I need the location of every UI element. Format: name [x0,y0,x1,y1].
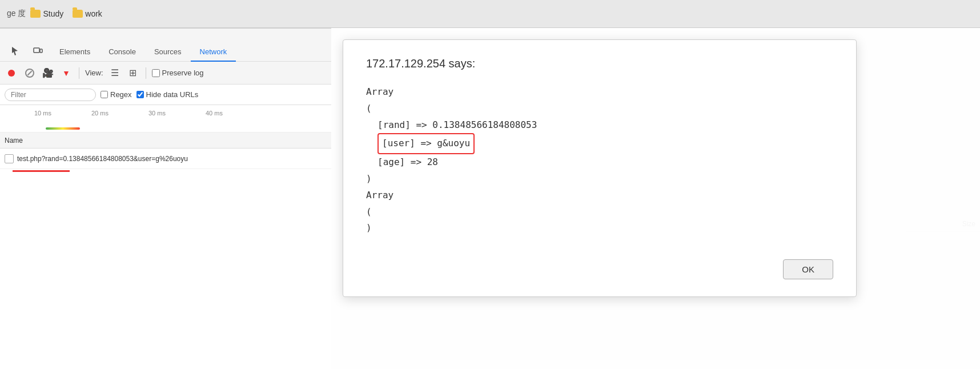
timeline-bar-container [46,127,80,130]
bookmark-study[interactable]: Study [30,9,63,18]
table-row[interactable]: test.php?rand=0.13848566184808053&user=g… [0,149,331,169]
table-header: Name [0,133,331,149]
clear-button[interactable] [23,66,37,80]
svg-rect-0 [34,48,39,53]
hide-data-urls-label: Hide data URLs [146,90,199,99]
dialog-footer: OK [366,259,833,279]
filter-button[interactable]: ▼ [59,66,73,80]
regex-label: Regex [110,90,132,99]
record-icon [8,70,15,77]
timeline-tick-10: 10 ms [34,110,51,117]
age-line: [age] => 28 [377,154,833,171]
devtools-toolbar: 🎥 ▼ View: ☰ ⊞ Preserve log [0,62,331,85]
hide-data-urls-area: Hide data URLs [136,90,199,99]
dialog-content: Array ( [rand] => 0.13848566184808053 [u… [366,84,833,236]
svg-rect-1 [40,49,42,53]
timeline-tick-40: 40 ms [206,110,223,117]
preserve-log-area: Preserve log [152,69,204,77]
rand-line: [rand] => 0.13848566184808053 [377,117,833,134]
array1-label: Array [366,84,833,101]
array2-label: Array [366,187,833,204]
open-paren: ( [366,101,833,117]
tab-console[interactable]: Console [99,43,145,62]
regex-area: Regex [101,90,132,99]
filter-input[interactable] [5,89,96,101]
bookmark-work-label: work [85,9,102,18]
folder-icon-work [73,10,83,18]
no-entry-icon [25,69,34,78]
tab-sources[interactable]: Sources [145,43,191,62]
filter-icon: ▼ [62,69,70,78]
user-line-container: [user] => g&uoyu [366,133,833,154]
browser-top-bar: ge 度 Study work [0,0,980,28]
bookmark-work[interactable]: work [73,9,102,18]
tab-elements[interactable]: Elements [50,43,99,62]
dialog-box: 172.17.129.254 says: Array ( [rand] => 0… [343,39,857,297]
bookmark-study-label: Study [43,9,63,18]
user-line: [user] => g&uoyu [377,133,475,154]
timeline-area: 10 ms 20 ms 30 ms 40 ms [0,105,331,133]
col-name-header: Name [5,137,327,145]
devtools-cursor-icon[interactable] [5,41,25,61]
table-body: test.php?rand=0.13848566184808053&user=g… [0,149,331,172]
view-label: View: [85,69,103,77]
timeline-tick-30: 30 ms [148,110,166,117]
tab-network[interactable]: Network [191,43,236,62]
preserve-log-label: Preserve log [162,69,204,77]
page-label: ge 度 [7,9,26,19]
close-paren-2: ) [366,220,833,236]
open-paren-2: ( [366,204,833,220]
preserve-log-checkbox[interactable] [152,69,160,77]
dialog-title: 172.17.129.254 says: [366,57,833,70]
toolbar-divider [79,67,79,79]
folder-icon [30,10,41,18]
dialog-overlay: 172.17.129.254 says: Array ( [rand] => 0… [331,28,980,369]
camera-icon: 🎥 [42,67,54,78]
camera-button[interactable]: 🎥 [41,66,55,80]
list-view-icon: ☰ [111,67,119,78]
timeline-bar [46,127,80,130]
list-view-button[interactable]: ☰ [108,66,122,80]
close-paren: ) [366,171,833,187]
filter-bar: Regex Hide data URLs [0,85,331,105]
devtools-tabs: Elements Console Sources Network [0,29,331,62]
devtools-panel: Elements Console Sources Network 🎥 ▼ Vie… [0,28,331,369]
devtools-device-icon[interactable] [27,41,48,61]
hide-data-urls-checkbox[interactable] [136,91,144,98]
row-checkbox [5,154,14,163]
row-name: test.php?rand=0.13848566184808053&user=g… [17,155,327,163]
waterfall-view-button[interactable]: ⊞ [126,66,140,80]
waterfall-icon: ⊞ [129,67,136,78]
record-button[interactable] [5,66,18,80]
timeline-tick-20: 20 ms [91,110,109,117]
regex-checkbox[interactable] [101,91,108,98]
row-underline [13,170,70,172]
toolbar-divider-2 [146,67,146,79]
ok-button[interactable]: OK [783,259,833,279]
